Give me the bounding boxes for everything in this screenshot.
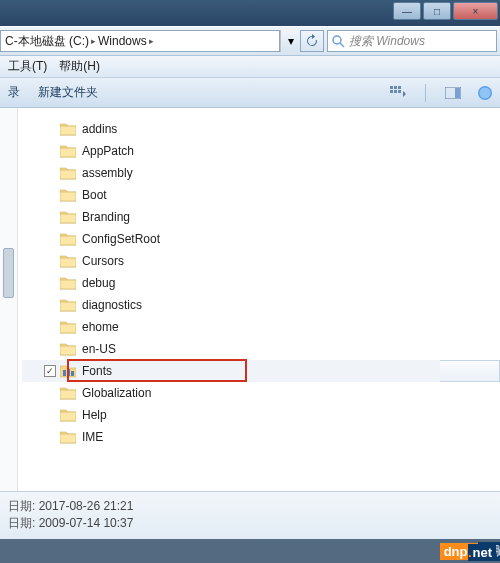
folder-item-en-us[interactable]: en-US (22, 338, 500, 360)
address-row: C-本地磁盘 (C:) ▸ Windows ▸ ▾ 搜索 Windows (0, 26, 500, 56)
selection-segment (440, 360, 500, 382)
folder-label: Boot (82, 188, 107, 202)
folder-item-configsetroot[interactable]: ConfigSetRoot (22, 228, 500, 250)
folder-icon (60, 386, 76, 400)
folder-label: diagnostics (82, 298, 142, 312)
maximize-button[interactable]: □ (423, 2, 451, 20)
folder-item-fonts[interactable]: ✓Fonts (22, 360, 500, 382)
svg-line-1 (340, 43, 344, 47)
folder-tree[interactable]: addinsAppPatchassemblyBootBrandingConfig… (18, 108, 500, 491)
folder-icon (60, 276, 76, 290)
titlebar: — □ × (0, 0, 500, 26)
folder-item-assembly[interactable]: assembly (22, 162, 500, 184)
folder-label: debug (82, 276, 115, 290)
detail-date-label-1: 日期: (8, 499, 35, 513)
folder-item-cursors[interactable]: Cursors (22, 250, 500, 272)
svg-point-0 (333, 36, 341, 44)
toolbar: 录 新建文件夹 (0, 78, 500, 108)
breadcrumb-windows[interactable]: Windows (98, 34, 147, 48)
folder-icon (60, 364, 76, 378)
folder-item-ime[interactable]: IME (22, 426, 500, 448)
svg-rect-6 (394, 90, 397, 93)
folder-icon (60, 430, 76, 444)
folder-icon (60, 408, 76, 422)
folder-item-diagnostics[interactable]: diagnostics (22, 294, 500, 316)
detail-date-value-1: 2017-08-26 21:21 (39, 499, 134, 513)
svg-rect-7 (398, 90, 401, 93)
menu-tools[interactable]: 工具(T) (2, 56, 53, 77)
folder-label: ConfigSetRoot (82, 232, 160, 246)
watermark-bar: dnpz 电脑配置网 (0, 539, 500, 563)
help-button[interactable] (476, 84, 494, 102)
breadcrumb-arrow-icon[interactable]: ▸ (149, 36, 154, 46)
svg-rect-2 (390, 86, 393, 89)
folder-item-addins[interactable]: addins (22, 118, 500, 140)
folder-label: en-US (82, 342, 116, 356)
file-list-area: addinsAppPatchassemblyBootBrandingConfig… (0, 108, 500, 491)
organize-button[interactable]: 录 (8, 84, 20, 101)
chevron-down-icon: ▾ (288, 34, 294, 48)
help-icon (477, 85, 493, 101)
new-folder-button[interactable]: 新建文件夹 (38, 84, 98, 101)
address-dropdown[interactable]: ▾ (280, 30, 300, 52)
preview-pane-button[interactable] (444, 84, 462, 102)
search-icon (332, 35, 345, 48)
search-placeholder: 搜索 Windows (349, 33, 425, 50)
folder-icon (60, 342, 76, 356)
breadcrumb-arrow-icon[interactable]: ▸ (91, 36, 96, 46)
folder-icon (60, 210, 76, 224)
folder-icon (60, 320, 76, 334)
address-bar[interactable]: C-本地磁盘 (C:) ▸ Windows ▸ (0, 30, 280, 52)
toolbar-separator (425, 84, 426, 102)
folder-label: Help (82, 408, 107, 422)
folder-icon (60, 166, 76, 180)
folder-icon (60, 254, 76, 268)
folder-item-apppatch[interactable]: AppPatch (22, 140, 500, 162)
refresh-button[interactable] (300, 30, 324, 52)
folder-icon (60, 298, 76, 312)
details-pane: 日期: 2017-08-26 21:21 日期: 2009-07-14 10:3… (0, 491, 500, 539)
folder-item-branding[interactable]: Branding (22, 206, 500, 228)
svg-rect-5 (390, 90, 393, 93)
folder-label: AppPatch (82, 144, 134, 158)
folder-label: addins (82, 122, 117, 136)
refresh-icon (305, 34, 319, 48)
svg-rect-4 (398, 86, 401, 89)
folder-item-ehome[interactable]: ehome (22, 316, 500, 338)
folder-item-debug[interactable]: debug (22, 272, 500, 294)
folder-item-globalization[interactable]: Globalization (22, 382, 500, 404)
breadcrumb-drive[interactable]: C-本地磁盘 (C:) (5, 33, 89, 50)
svg-rect-9 (455, 88, 460, 98)
folder-label: ehome (82, 320, 119, 334)
close-button[interactable]: × (453, 2, 498, 20)
preview-pane-icon (445, 87, 461, 99)
view-icon (390, 86, 406, 100)
detail-date-value-2: 2009-07-14 10:37 (39, 516, 134, 530)
folder-item-boot[interactable]: Boot (22, 184, 500, 206)
minimize-button[interactable]: — (393, 2, 421, 20)
menu-bar: 工具(T) 帮助(H) (0, 56, 500, 78)
folder-icon (60, 232, 76, 246)
folder-label: assembly (82, 166, 133, 180)
nav-scrollbar[interactable] (0, 108, 18, 491)
detail-date-label-2: 日期: (8, 516, 35, 530)
folder-label: Globalization (82, 386, 151, 400)
folder-label: Fonts (82, 364, 112, 378)
folder-label: Cursors (82, 254, 124, 268)
folder-item-help[interactable]: Help (22, 404, 500, 426)
svg-rect-3 (394, 86, 397, 89)
scrollbar-thumb[interactable] (3, 248, 14, 298)
folder-label: Branding (82, 210, 130, 224)
menu-help[interactable]: 帮助(H) (53, 56, 106, 77)
folder-label: IME (82, 430, 103, 444)
watermark-domain: . net (468, 544, 496, 561)
watermark-tld: net (473, 544, 497, 561)
checkbox-icon[interactable]: ✓ (44, 365, 56, 377)
search-input[interactable]: 搜索 Windows (327, 30, 497, 52)
folder-icon (60, 122, 76, 136)
folder-icon (60, 188, 76, 202)
svg-point-11 (480, 87, 491, 98)
view-options-button[interactable] (389, 84, 407, 102)
folder-icon (60, 144, 76, 158)
